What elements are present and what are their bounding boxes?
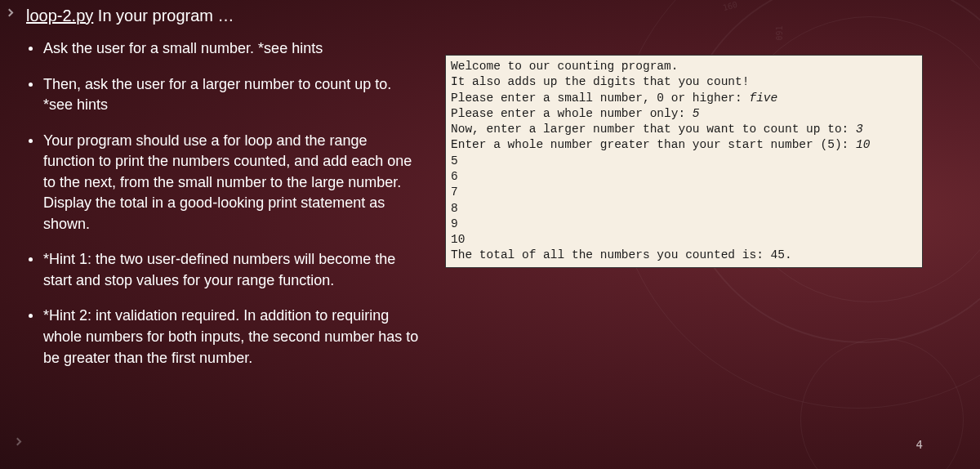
console-line: 5 — [451, 154, 458, 168]
bullet-list: Ask the user for a small number. *see hi… — [16, 38, 421, 368]
console-line: The total of all the numbers you counted… — [451, 248, 792, 261]
console-prompt: Please enter a whole number only: — [451, 107, 693, 120]
console-line: It also adds up the digits that you coun… — [451, 75, 749, 88]
console-prompt: Now, enter a larger number that you want… — [451, 123, 856, 136]
console-user-input: 5 — [693, 107, 700, 120]
page-title: loop-2.py In your program … — [16, 0, 956, 27]
console-line: 7 — [451, 185, 458, 199]
list-item: Then, ask the user for a larger number t… — [16, 74, 421, 116]
chevron-icon — [6, 9, 14, 17]
slide: loop-2.py In your program … Ask the user… — [0, 0, 980, 469]
console-line: 9 — [451, 217, 458, 230]
console-line: Welcome to our counting program. — [451, 60, 678, 73]
console-line: 10 — [451, 233, 465, 246]
console-output: Welcome to our counting program. It also… — [445, 55, 923, 268]
title-filename: loop-2.py — [26, 7, 93, 25]
console-prompt: Please enter a small number, 0 or higher… — [451, 92, 749, 105]
console-user-input: 3 — [856, 123, 863, 136]
instructions-column: Ask the user for a small number. *see hi… — [16, 38, 421, 383]
list-item: *Hint 1: the two user-defined numbers wi… — [16, 249, 421, 291]
console-user-input: 10 — [856, 138, 870, 151]
title-rest: In your program … — [93, 7, 234, 25]
console-user-input: five — [749, 92, 777, 105]
list-item: *Hint 2: int validation required. In add… — [16, 306, 421, 368]
console-column: Welcome to our counting program. It also… — [445, 38, 923, 383]
chevron-icon — [14, 438, 22, 446]
list-item: Ask the user for a small number. *see hi… — [16, 38, 421, 60]
console-line: 6 — [451, 170, 458, 183]
list-item: Your program should use a for loop and t… — [16, 131, 421, 235]
console-line: 8 — [451, 202, 458, 215]
console-prompt: Enter a whole number greater than your s… — [451, 138, 856, 151]
